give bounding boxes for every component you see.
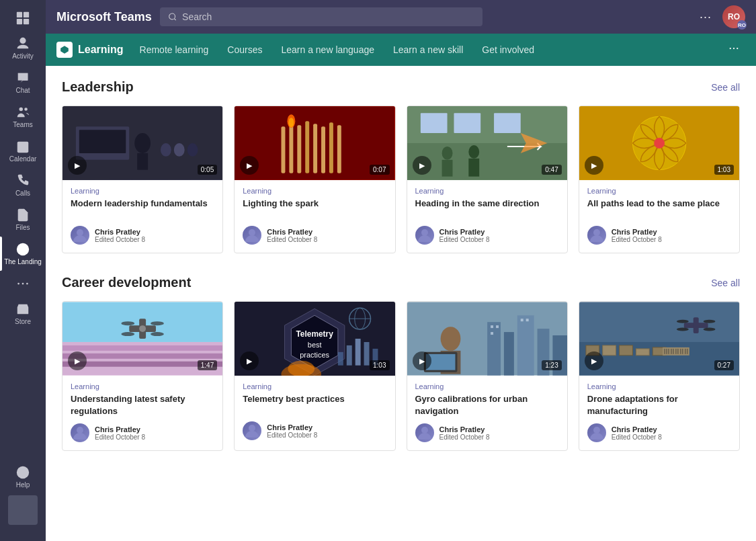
svg-rect-109: [602, 345, 616, 356]
card-category-2: Learning: [243, 187, 386, 195]
author-name-3: Chris Pratley: [439, 228, 490, 236]
search-input[interactable]: [182, 11, 474, 22]
card-body-8: Learning Drone adaptations for manufactu…: [579, 376, 739, 450]
store-icon: [15, 302, 30, 317]
svg-rect-3: [24, 19, 29, 24]
card-telemetry[interactable]: Telemetry best practices: [234, 301, 395, 451]
author-edited-7: Edited October 8: [439, 433, 490, 441]
duration-badge-2: 0:07: [370, 165, 389, 175]
sidebar-item-landing[interactable]: The Landing: [0, 237, 46, 271]
svg-point-17: [23, 475, 24, 476]
subnav-item-language[interactable]: Learn a new language: [273, 39, 382, 60]
author-info-1: Chris Pratley Edited October 8: [95, 228, 145, 243]
section-career-see-all[interactable]: See all: [711, 278, 740, 288]
header-more-button[interactable]: ···: [700, 10, 712, 24]
play-button-4[interactable]: ▶: [585, 156, 603, 175]
card-drone[interactable]: ▶ 0:27 Learning Drone adaptations for ma…: [579, 301, 740, 451]
sidebar-item-teams[interactable]: Teams: [0, 99, 46, 134]
svg-point-67: [151, 332, 164, 336]
sidebar-item-calendar[interactable]: Calendar: [0, 134, 46, 168]
sidebar-item-apps[interactable]: [0, 5, 46, 31]
more-icon: [728, 42, 740, 54]
card-gyro[interactable]: ▶ 1:23 Learning Gyro calibrations for ur…: [407, 301, 568, 451]
author-edited-3: Edited October 8: [439, 236, 490, 243]
sidebar-item-chat[interactable]: Chat: [0, 65, 46, 99]
svg-point-12: [17, 283, 19, 285]
landing-icon: [15, 242, 30, 257]
play-button-3[interactable]: ▶: [413, 156, 431, 175]
sidebar-item-store[interactable]: Store: [0, 296, 46, 331]
learning-icon: [60, 45, 69, 54]
sidebar-item-files[interactable]: Files: [0, 202, 46, 237]
sidebar-item-store-label: Store: [15, 318, 31, 325]
svg-rect-40: [329, 122, 333, 173]
card-paths[interactable]: ▶ 1:03 Learning All paths lead to the sa…: [579, 106, 740, 253]
svg-point-23: [737, 48, 738, 49]
svg-point-118: [703, 328, 715, 331]
author-icon-8: [587, 423, 606, 442]
author-icon-1: [71, 226, 89, 245]
svg-rect-36: [298, 125, 302, 173]
card-thumb-1: ▶ 0:05: [62, 106, 222, 180]
card-title-5: Understanding latest safety regulations: [71, 393, 214, 417]
svg-point-50: [442, 147, 452, 160]
subnav-item-remote[interactable]: Remote learning: [132, 39, 217, 60]
card-title-8: Drone adaptations for manufacturing: [587, 393, 731, 417]
author-avatar-3: [415, 226, 434, 245]
svg-rect-82: [338, 352, 343, 366]
svg-rect-49: [494, 113, 521, 133]
sidebar-item-help[interactable]: Help: [0, 460, 46, 494]
sidebar-item-more[interactable]: [0, 271, 46, 296]
author-name-7: Chris Pratley: [439, 425, 490, 433]
svg-point-32: [77, 229, 83, 236]
subnav-item-courses[interactable]: Courses: [219, 39, 270, 60]
card-thumb-7: ▶ 1:23: [407, 302, 567, 376]
svg-rect-99: [520, 319, 523, 321]
card-direction[interactable]: ▶ 0:47 Learning Heading in the same dire…: [407, 106, 568, 253]
svg-rect-48: [454, 113, 480, 133]
download-button[interactable]: [8, 495, 38, 525]
chat-icon: [15, 71, 30, 85]
author-avatar-4: [587, 226, 606, 245]
card-safety[interactable]: ▶ 1:47 Learning Understanding latest saf…: [62, 301, 223, 451]
play-button-8[interactable]: ▶: [585, 351, 603, 370]
author-avatar-2: [243, 226, 261, 245]
card-modern-leadership[interactable]: ▶ 0:05 Learning Modern leadership fundam…: [62, 106, 223, 253]
sidebar-item-calls[interactable]: Calls: [0, 168, 46, 202]
subnav-item-involved[interactable]: Get involved: [474, 39, 542, 60]
user-avatar[interactable]: RO RO: [722, 5, 745, 28]
play-button-7[interactable]: ▶: [413, 351, 431, 370]
author-info-8: Chris Pratley Edited October 8: [612, 425, 662, 441]
search-box[interactable]: [160, 7, 482, 26]
svg-point-18: [169, 13, 175, 19]
author-edited-5: Edited October 8: [95, 433, 145, 441]
content-scroll[interactable]: Leadership See all: [46, 66, 756, 541]
card-spark[interactable]: ▶ 0:07 Learning Lighting the spark: [234, 106, 395, 253]
author-info-3: Chris Pratley Edited October 8: [439, 228, 490, 243]
svg-rect-1: [24, 12, 29, 17]
play-button-5[interactable]: ▶: [68, 351, 87, 370]
svg-rect-69: [62, 345, 222, 351]
author-avatar-6: [243, 421, 261, 440]
play-button-1[interactable]: ▶: [68, 156, 87, 175]
author-info-4: Chris Pratley Edited October 8: [612, 228, 662, 243]
svg-rect-51: [442, 160, 452, 177]
section-career: Career development See all: [62, 275, 740, 451]
subnav-item-skill[interactable]: Learn a new skill: [385, 39, 471, 60]
svg-point-59: [593, 229, 600, 236]
card-body-1: Learning Modern leadership fundamentals …: [62, 180, 222, 253]
author-icon-3: [415, 226, 434, 245]
author-avatar-1: [71, 226, 89, 245]
subnav-more-button[interactable]: [722, 40, 745, 60]
section-leadership-see-all[interactable]: See all: [711, 82, 740, 93]
author-edited-8: Edited October 8: [612, 433, 662, 441]
sidebar-item-help-label: Help: [16, 481, 30, 489]
svg-rect-39: [321, 126, 325, 173]
svg-point-105: [421, 427, 428, 433]
sidebar-item-activity[interactable]: Activity: [0, 31, 46, 65]
svg-point-117: [677, 328, 689, 331]
author-name-8: Chris Pratley: [612, 425, 662, 433]
card-thumb-8: ▶ 0:27: [579, 302, 739, 376]
svg-point-58: [654, 138, 665, 149]
career-card-grid: ▶ 1:47 Learning Understanding latest saf…: [62, 301, 740, 451]
